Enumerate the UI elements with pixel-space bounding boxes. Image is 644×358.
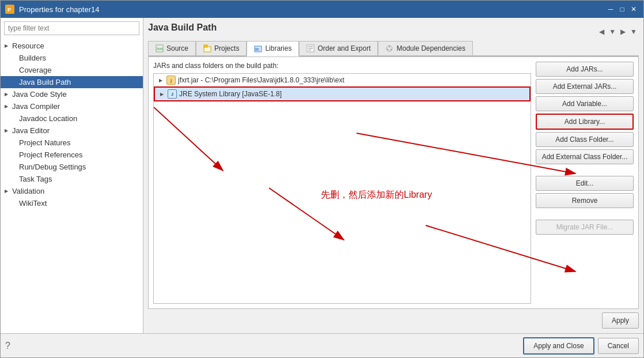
sidebar-item-java-build-path[interactable]: Java Build Path (1, 76, 143, 88)
remove-button[interactable]: Remove (536, 193, 634, 208)
tree-item-jre-system[interactable]: ▶ J JRE System Library [JavaSE-1.8] (154, 86, 531, 101)
sidebar-item-label: Java Build Path (19, 78, 71, 86)
expand-icon: ▶ (3, 43, 10, 50)
sidebar-item-label: WikiText (19, 199, 47, 208)
sidebar-item-javadoc-location[interactable]: Javadoc Location (1, 112, 143, 125)
svg-point-13 (389, 46, 391, 48)
order-export-tab-icon (306, 44, 315, 52)
add-external-class-folder-button[interactable]: Add External Class Folder... (536, 149, 634, 164)
tab-projects[interactable]: Projects (196, 41, 247, 55)
sidebar-item-resource[interactable]: ▶ Resource (1, 40, 143, 52)
edit-button[interactable]: Edit... (536, 176, 634, 191)
nav-forward-dropdown-button[interactable]: ▼ (628, 27, 639, 36)
chinese-annotation: 先删，然后添加新的Library (321, 189, 432, 201)
add-variable-button[interactable]: Add Variable... (536, 96, 634, 111)
svg-line-17 (269, 188, 344, 240)
filter-input[interactable] (4, 21, 139, 35)
content-area: JARs and class folders on the build path… (148, 56, 639, 309)
jre-icon: J (168, 89, 177, 99)
sidebar-item-project-references[interactable]: Project References (1, 149, 143, 161)
expand-icon: ▶ (158, 91, 165, 97)
sidebar-item-label: Java Editor (12, 126, 50, 135)
sidebar-item-task-tags[interactable]: Task Tags (1, 173, 143, 185)
sidebar-item-label: Resource (12, 42, 44, 50)
nav-dropdown-button[interactable]: ▼ (607, 27, 618, 36)
add-class-folder-button[interactable]: Add Class Folder... (536, 132, 634, 147)
title-bar-controls: ─ □ ✕ (605, 4, 639, 14)
sidebar-item-java-compiler[interactable]: ▶ Java Compiler (1, 100, 143, 112)
tree-list: ▶ j jfxrt.jar - C:\Program Files\Java\jd… (153, 73, 531, 304)
svg-line-16 (154, 107, 223, 171)
nav-back-button[interactable]: ◀ (597, 27, 606, 36)
properties-window: P Properties for chapter14 ─ □ ✕ ▶ Resou… (0, 0, 644, 358)
sidebar-item-validation[interactable]: ▶ Validation (1, 185, 143, 197)
bottom-left: ? (5, 341, 10, 351)
jar-icon: j (166, 76, 176, 85)
sidebar-item-label: Run/Debug Settings (19, 163, 86, 171)
projects-tab-icon (203, 44, 211, 52)
tab-source-label: Source (166, 44, 188, 52)
bottom-bar-right: Apply and Close Cancel (523, 337, 639, 355)
sidebar-item-label: Validation (12, 187, 44, 195)
sidebar-item-label: Project References (19, 150, 83, 159)
svg-point-15 (391, 49, 392, 51)
sidebar-item-coverage[interactable]: Coverage (1, 64, 143, 76)
svg-text:/src: /src (157, 47, 164, 51)
tab-projects-label: Projects (214, 44, 239, 52)
svg-point-14 (387, 49, 389, 51)
section-label: JARs and class folders on the build path… (153, 62, 531, 70)
panel-title: Java Build Path (148, 22, 217, 36)
svg-text:P: P (7, 7, 11, 13)
buttons-panel: Add JARs... Add External JARs... Add Var… (536, 62, 634, 304)
add-external-jars-button[interactable]: Add External JARs... (536, 79, 634, 94)
close-button[interactable]: ✕ (628, 4, 639, 14)
tree-item-jfxrt[interactable]: ▶ j jfxrt.jar - C:\Program Files\Java\jd… (154, 74, 531, 86)
sidebar-item-wikitext[interactable]: WikiText (1, 197, 143, 209)
sidebar-item-builders[interactable]: Builders (1, 52, 143, 64)
libraries-tab-icon: lib (254, 44, 262, 52)
expand-icon: ▶ (3, 103, 10, 110)
main-content: ▶ Resource Builders Coverage Java Build … (1, 18, 643, 333)
expand-icon: ▶ (3, 127, 10, 134)
title-bar-left: P Properties for chapter14 (5, 5, 99, 14)
source-tab-icon: /src (156, 44, 164, 52)
tab-libraries[interactable]: lib Libraries (247, 41, 299, 56)
window-icon: P (5, 5, 14, 14)
separator1 (536, 168, 634, 172)
tree-item-jfxrt-label: jfxrt.jar - C:\Program Files\Java\jdk1.8… (178, 76, 344, 84)
tab-module-deps[interactable]: Module Dependencies (378, 41, 472, 55)
nav-arrows: ◀ ▼ ▶ ▼ (597, 27, 639, 36)
apply-close-button[interactable]: Apply and Close (523, 337, 594, 355)
svg-rect-5 (204, 45, 207, 47)
expand-icon: ▶ (3, 91, 10, 98)
minimize-button[interactable]: ─ (605, 4, 616, 14)
sidebar-items: ▶ Resource Builders Coverage Java Build … (1, 39, 143, 333)
sidebar-item-label: Java Code Style (12, 90, 67, 99)
migrate-jar-button[interactable]: Migrate JAR File... (536, 220, 634, 235)
tabs-row: /src Source Projects (148, 41, 639, 56)
apply-button[interactable]: Apply (602, 312, 639, 329)
sidebar-item-java-code-style[interactable]: ▶ Java Code Style (1, 88, 143, 100)
add-library-button[interactable]: Add Library... (536, 114, 634, 130)
nav-forward-button[interactable]: ▶ (619, 27, 627, 36)
cancel-button[interactable]: Cancel (598, 338, 639, 354)
sidebar-item-project-natures[interactable]: Project Natures (1, 137, 143, 149)
sidebar-item-run-debug[interactable]: Run/Debug Settings (1, 161, 143, 173)
sidebar-item-java-editor[interactable]: ▶ Java Editor (1, 125, 143, 137)
sidebar-item-label: Project Natures (19, 138, 71, 147)
tree-item-jre-label: JRE System Library [JavaSE-1.8] (179, 90, 282, 98)
right-panel: Java Build Path ◀ ▼ ▶ ▼ /src (143, 18, 643, 333)
header-row: Java Build Path ◀ ▼ ▶ ▼ (148, 22, 639, 41)
help-icon[interactable]: ? (5, 341, 10, 351)
title-bar: P Properties for chapter14 ─ □ ✕ (1, 1, 643, 18)
sidebar: ▶ Resource Builders Coverage Java Build … (1, 18, 143, 333)
sidebar-item-label: Coverage (19, 66, 51, 74)
maximize-button[interactable]: □ (617, 4, 627, 14)
module-deps-tab-icon (385, 44, 393, 52)
add-jars-button[interactable]: Add JARs... (536, 62, 634, 77)
expand-icon: ▶ (3, 188, 10, 195)
tab-source[interactable]: /src Source (148, 41, 196, 55)
tab-order-export[interactable]: Order and Export (299, 41, 378, 55)
window-title: Properties for chapter14 (19, 5, 99, 14)
tab-libraries-label: Libraries (265, 44, 291, 52)
